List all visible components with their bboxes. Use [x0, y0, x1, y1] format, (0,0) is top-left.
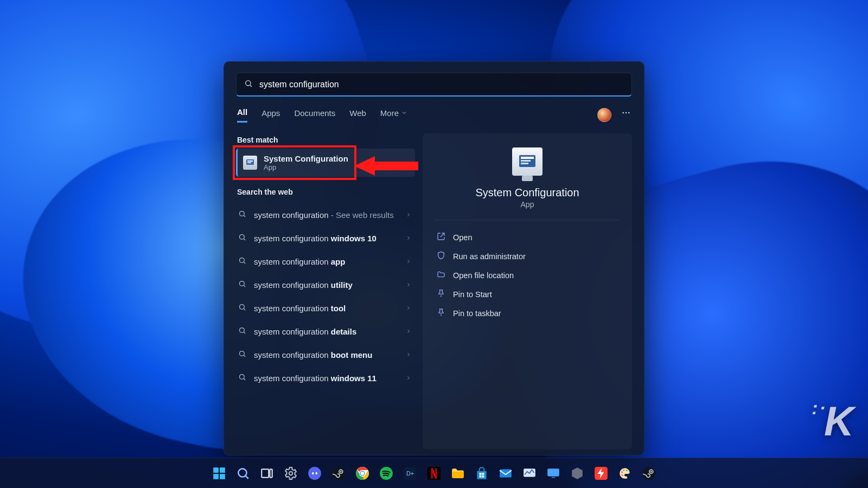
action-pin-taskbar[interactable]: Pin to taskbar [435, 304, 620, 323]
svg-line-10 [244, 215, 245, 217]
svg-point-23 [240, 375, 245, 380]
svg-point-65 [623, 469, 624, 471]
detail-app-icon [512, 147, 542, 176]
chevron-right-icon [405, 304, 412, 313]
steam-icon[interactable] [640, 464, 658, 483]
svg-line-1 [250, 85, 252, 87]
microsoft-store-icon[interactable] [473, 464, 491, 483]
action-label: Open [453, 233, 472, 242]
svg-rect-56 [480, 475, 482, 477]
web-result-item[interactable]: system configuration tool [236, 297, 415, 319]
detail-title: System Configuration [475, 187, 579, 199]
svg-point-64 [621, 471, 623, 473]
action-open-location[interactable]: Open file location [435, 266, 620, 285]
settings-icon[interactable] [282, 464, 300, 483]
svg-line-16 [244, 285, 245, 287]
search-icon [238, 350, 246, 360]
chrome-icon[interactable] [353, 464, 372, 483]
svg-rect-57 [482, 475, 484, 477]
web-result-item[interactable]: system configuration boot menu [236, 344, 415, 366]
user-avatar[interactable] [597, 108, 611, 122]
web-result-label: system configuration tool [254, 304, 346, 313]
taskbar: D+ [0, 458, 868, 488]
chevron-right-icon [405, 234, 412, 243]
netflix-icon[interactable] [425, 464, 443, 483]
svg-line-22 [244, 355, 245, 357]
svg-rect-30 [220, 467, 225, 473]
bolt-app-icon[interactable] [592, 464, 610, 483]
svg-line-34 [246, 476, 248, 478]
svg-point-0 [246, 80, 251, 85]
svg-marker-62 [572, 467, 583, 479]
svg-point-9 [240, 211, 245, 216]
svg-line-20 [244, 332, 245, 333]
web-result-label: system configuration windows 10 [254, 234, 376, 243]
svg-point-13 [240, 258, 245, 263]
tab-all[interactable]: All [237, 107, 247, 123]
monitor-app-icon[interactable] [520, 464, 539, 483]
svg-point-3 [626, 112, 627, 114]
svg-rect-29 [213, 467, 219, 473]
search-box[interactable] [236, 73, 632, 97]
svg-point-41 [332, 467, 345, 480]
tab-more[interactable]: More [380, 108, 407, 122]
svg-point-17 [240, 305, 245, 310]
web-result-label: system configuration windows 11 [254, 374, 376, 383]
task-view-icon[interactable] [258, 464, 276, 483]
disney-plus-icon[interactable]: D+ [401, 464, 419, 483]
svg-text:D+: D+ [406, 470, 414, 477]
section-best-match: Best match [237, 136, 415, 144]
svg-line-12 [244, 239, 245, 240]
web-result-item[interactable]: system configuration - See web results [236, 204, 415, 226]
search-icon [238, 256, 246, 267]
svg-rect-6 [247, 160, 253, 162]
web-result-item[interactable]: system configuration app [236, 251, 415, 273]
pin-icon [437, 289, 445, 299]
palette-icon[interactable] [616, 464, 634, 483]
pin-icon [437, 308, 445, 318]
web-result-item[interactable]: system configuration windows 10 [236, 227, 415, 249]
detail-pane: System Configuration App Open Run as adm… [423, 133, 632, 450]
svg-line-18 [244, 309, 245, 310]
svg-line-24 [244, 378, 245, 380]
svg-point-40 [316, 472, 317, 474]
svg-point-11 [240, 235, 245, 240]
svg-point-33 [238, 468, 246, 477]
desktop-app-icon[interactable] [544, 464, 563, 483]
action-run-admin[interactable]: Run as administrator [435, 247, 620, 266]
web-result-item[interactable]: system configuration windows 11 [236, 367, 415, 389]
action-label: Open file location [453, 271, 514, 280]
spotify-icon[interactable] [377, 464, 395, 483]
taskbar-search-icon[interactable] [234, 464, 252, 483]
svg-point-43 [340, 471, 342, 472]
start-button[interactable] [210, 464, 228, 483]
mail-icon[interactable] [496, 464, 515, 483]
hex-app-icon[interactable] [568, 464, 586, 483]
search-icon [238, 210, 246, 220]
svg-point-15 [240, 281, 245, 286]
overflow-menu[interactable] [621, 108, 631, 122]
file-explorer-icon[interactable] [449, 464, 467, 483]
svg-rect-32 [220, 474, 225, 479]
web-result-item[interactable]: system configuration details [236, 320, 415, 343]
tab-documents[interactable]: Documents [294, 108, 335, 122]
chevron-down-icon [401, 108, 407, 118]
search-input[interactable] [259, 80, 624, 89]
action-pin-start[interactable]: Pin to Start [435, 285, 620, 304]
discord-icon[interactable] [305, 464, 324, 483]
svg-point-39 [312, 472, 314, 474]
tab-web[interactable]: Web [349, 108, 366, 122]
action-label: Run as administrator [453, 252, 526, 261]
svg-line-14 [244, 262, 245, 264]
tab-apps[interactable]: Apps [261, 108, 280, 122]
watermark: :·K [812, 397, 853, 445]
web-result-label: system configuration - See web results [254, 210, 394, 220]
web-result-item[interactable]: system configuration utility [236, 274, 415, 296]
svg-point-68 [642, 467, 655, 480]
best-match-title: System Configuration [264, 154, 348, 163]
steam-icon[interactable] [329, 464, 348, 483]
detail-subtitle: App [521, 200, 534, 209]
best-match-item[interactable]: System Configuration App [236, 149, 415, 177]
action-open[interactable]: Open [435, 228, 620, 247]
action-label: Pin to Start [453, 290, 492, 299]
